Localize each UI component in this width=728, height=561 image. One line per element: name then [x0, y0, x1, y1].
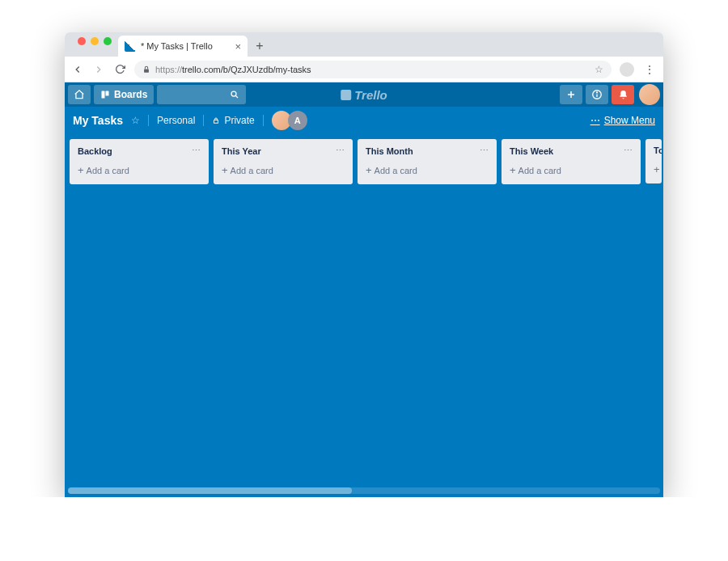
bookmark-icon[interactable]: ☆	[595, 64, 603, 75]
search-input[interactable]	[157, 85, 246, 104]
horizontal-scrollbar[interactable]	[68, 487, 660, 494]
plus-icon: +	[510, 164, 516, 176]
browser-tab[interactable]: * My Tasks | Trello ×	[118, 36, 248, 57]
info-icon	[591, 89, 603, 100]
list-menu-button[interactable]: ⋯	[192, 146, 201, 156]
list-title[interactable]: This Week	[510, 146, 553, 156]
trello-logo[interactable]: Trello	[341, 88, 387, 102]
scrollbar-thumb[interactable]	[68, 487, 352, 494]
create-button[interactable]	[560, 85, 582, 104]
board-title[interactable]: My Tasks	[73, 114, 123, 127]
list-title[interactable]: To	[654, 146, 662, 155]
svg-line-4	[236, 95, 239, 98]
url-text: https://trello.com/b/QzJXUzdb/my-tasks	[155, 65, 590, 74]
svg-rect-10	[214, 120, 218, 124]
boards-icon	[100, 90, 110, 99]
user-avatar[interactable]	[639, 84, 660, 105]
list-title[interactable]: This Year	[222, 146, 261, 156]
plus-icon: +	[366, 164, 372, 176]
forward-button[interactable]	[92, 63, 105, 76]
list-this-week[interactable]: This Week ⋯ + Add a card	[502, 139, 641, 184]
list-title[interactable]: Backlog	[78, 146, 112, 156]
board-members: A	[272, 111, 307, 130]
browser-menu-button[interactable]: ⋮	[642, 63, 657, 76]
maximize-window-button[interactable]	[104, 37, 112, 45]
reload-button[interactable]	[113, 63, 126, 76]
team-label[interactable]: Personal	[157, 115, 195, 126]
close-window-button[interactable]	[78, 37, 86, 45]
new-tab-button[interactable]: +	[251, 37, 269, 55]
plus-icon	[566, 90, 576, 99]
trello-logo-icon	[341, 90, 351, 100]
notifications-button[interactable]	[612, 85, 634, 104]
svg-point-9	[597, 92, 598, 93]
browser-window: * My Tasks | Trello × + https://trello.c…	[65, 32, 663, 497]
list-backlog[interactable]: Backlog ⋯ + Add a card	[70, 139, 209, 184]
add-card-button[interactable]: + Add a card	[362, 161, 492, 179]
privacy-button[interactable]: Private	[212, 115, 254, 126]
list-title[interactable]: This Month	[366, 146, 413, 156]
list-menu-button[interactable]: ⋯	[624, 146, 633, 156]
trello-favicon	[125, 40, 136, 52]
lock-icon	[212, 116, 220, 124]
add-card-button[interactable]: + Add a card	[506, 161, 636, 179]
address-bar[interactable]: https://trello.com/b/QzJXUzdb/my-tasks ☆	[134, 61, 612, 78]
lock-icon	[142, 65, 150, 74]
browser-toolbar: https://trello.com/b/QzJXUzdb/my-tasks ☆…	[65, 57, 663, 82]
bell-icon	[618, 90, 629, 100]
star-board-button[interactable]: ☆	[131, 115, 140, 126]
home-button[interactable]	[68, 85, 91, 104]
lists-container: Backlog ⋯ + Add a card This Year ⋯ + Add…	[70, 139, 658, 184]
boards-label: Boards	[114, 89, 147, 100]
add-card-button[interactable]: + A	[650, 160, 657, 179]
list-menu-button[interactable]: ⋯	[336, 146, 345, 156]
plus-icon: +	[78, 164, 84, 176]
list-this-year[interactable]: This Year ⋯ + Add a card	[214, 139, 353, 184]
add-card-button[interactable]: + Add a card	[74, 161, 204, 179]
back-button[interactable]	[71, 63, 84, 76]
ellipsis-icon: ⋯	[590, 115, 600, 126]
svg-point-3	[231, 91, 236, 96]
svg-rect-0	[144, 69, 149, 72]
boards-button[interactable]: Boards	[94, 85, 154, 104]
plus-icon: +	[222, 164, 228, 176]
board-header: My Tasks ☆ Personal Private A ⋯ Show Men…	[65, 107, 663, 134]
list-menu-button[interactable]: ⋯	[480, 146, 489, 156]
svg-rect-1	[102, 91, 105, 99]
add-card-button[interactable]: + Add a card	[218, 161, 348, 179]
minimize-window-button[interactable]	[91, 37, 99, 45]
search-icon	[230, 90, 239, 99]
list-this-month[interactable]: This Month ⋯ + Add a card	[358, 139, 497, 184]
trello-header: Boards Trello	[65, 82, 663, 107]
browser-tab-bar: * My Tasks | Trello × +	[65, 32, 663, 57]
list-partial[interactable]: To + A	[645, 139, 662, 183]
window-controls	[71, 37, 118, 52]
close-tab-icon[interactable]: ×	[235, 40, 241, 53]
svg-rect-2	[106, 91, 109, 96]
tab-title: * My Tasks | Trello	[141, 41, 230, 51]
profile-avatar[interactable]	[620, 62, 634, 77]
show-menu-button[interactable]: ⋯ Show Menu	[590, 115, 655, 126]
member-avatar[interactable]: A	[288, 111, 307, 130]
info-button[interactable]	[586, 85, 608, 104]
board-canvas[interactable]: Backlog ⋯ + Add a card This Year ⋯ + Add…	[65, 134, 663, 497]
plus-icon: +	[654, 163, 660, 175]
